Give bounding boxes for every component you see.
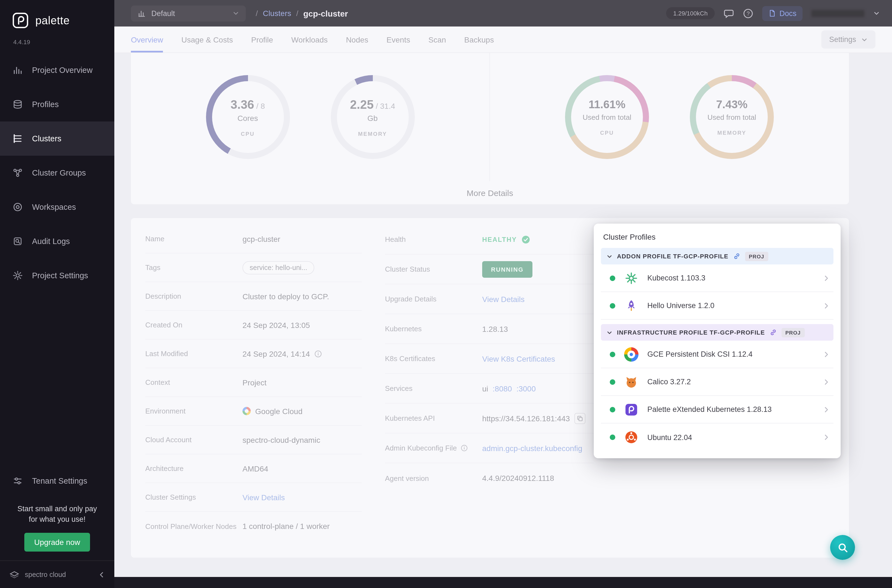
running-status-badge[interactable]: RUNNING bbox=[482, 261, 532, 278]
sidebar-nav: Project Overview Profiles Clusters Clust… bbox=[0, 53, 114, 292]
hello-universe-icon bbox=[623, 297, 640, 314]
chevron-right-icon bbox=[822, 434, 830, 441]
service-port-3000-link[interactable]: :3000 bbox=[517, 384, 536, 393]
bar-chart-icon bbox=[12, 64, 23, 76]
sidebar-item-clusters[interactable]: Clusters bbox=[0, 122, 114, 156]
detail-row-kubernetes-api: Kubernetes API https://34.54.126.181:443 bbox=[385, 404, 594, 434]
breadcrumb-current: gcp-cluster bbox=[303, 9, 348, 18]
calico-icon bbox=[623, 374, 640, 390]
profile-pack-row-gce-disk[interactable]: GCE Persistent Disk CSI 1.12.4 bbox=[601, 340, 833, 368]
tab-profile[interactable]: Profile bbox=[251, 27, 273, 52]
memory-gauge-total: / 31.4 bbox=[374, 101, 395, 110]
spectro-cloud-logo-icon bbox=[9, 569, 20, 580]
detail-value: AMD64 bbox=[242, 464, 268, 473]
floating-search-button[interactable] bbox=[830, 535, 855, 560]
bottom-strip bbox=[114, 577, 892, 588]
breadcrumb-clusters-link[interactable]: Clusters bbox=[263, 9, 291, 18]
sliders-icon bbox=[12, 476, 23, 486]
allocation-gauges: 3.36 / 8 Cores CPU 2.25 / 31.4 Gb MEMORY bbox=[131, 53, 490, 181]
profile-pack-row-pxk[interactable]: Palette eXtended Kubernetes 1.28.13 bbox=[601, 396, 833, 423]
memory-allocation-gauge: 2.25 / 31.4 Gb MEMORY bbox=[330, 75, 414, 159]
project-selector-value: Default bbox=[151, 9, 175, 17]
link-icon bbox=[733, 252, 741, 260]
detail-label: Description bbox=[145, 292, 242, 300]
detail-value: Google Cloud bbox=[255, 406, 302, 416]
info-icon[interactable] bbox=[314, 350, 322, 357]
sidebar-item-label: Tenant Settings bbox=[32, 477, 87, 485]
brand-label: spectro cloud bbox=[25, 571, 66, 578]
upgrade-now-button[interactable]: Upgrade now bbox=[24, 533, 90, 552]
status-dot bbox=[610, 351, 615, 357]
docs-button[interactable]: Docs bbox=[762, 6, 802, 21]
kubeconfig-download-link[interactable]: admin.gcp-cluster.kubeconfig bbox=[482, 444, 583, 453]
collapse-sidebar-icon[interactable] bbox=[98, 571, 105, 578]
sidebar-item-label: Audit Logs bbox=[32, 237, 70, 246]
health-status: HEALTHY bbox=[482, 236, 517, 243]
info-icon[interactable] bbox=[461, 444, 468, 452]
chevron-right-icon bbox=[822, 274, 830, 282]
infrastructure-profile-header[interactable]: INFRASTRUCTURE PROFILE TF-GCP-PROFILE PR… bbox=[601, 324, 833, 340]
sidebar-item-label: Clusters bbox=[32, 134, 61, 143]
pack-name: Kubecost 1.103.3 bbox=[647, 274, 705, 282]
tab-workloads[interactable]: Workloads bbox=[291, 27, 328, 52]
profile-pack-row-kubecost[interactable]: Kubecost 1.103.3 bbox=[601, 264, 833, 292]
detail-value: 1.28.13 bbox=[482, 324, 508, 333]
kubecost-icon bbox=[623, 270, 640, 286]
profile-pack-row-calico[interactable]: Calico 3.27.2 bbox=[601, 368, 833, 396]
detail-row-health: Health HEALTHY bbox=[385, 225, 594, 255]
detail-label: K8s Certificates bbox=[385, 354, 482, 363]
profile-pack-row-hello-universe[interactable]: Hello Universe 1.2.0 bbox=[601, 292, 833, 320]
sidebar-item-label: Profiles bbox=[32, 100, 59, 109]
addon-profile-header[interactable]: ADDON PROFILE TF-GCP-PROFILE PROJ bbox=[601, 248, 833, 264]
tab-scan[interactable]: Scan bbox=[428, 27, 446, 52]
more-details-link[interactable]: More Details bbox=[131, 181, 849, 204]
detail-value: gcp-cluster bbox=[242, 234, 280, 243]
tab-overview[interactable]: Overview bbox=[131, 27, 163, 52]
view-k8s-certificates-link[interactable]: View K8s Certificates bbox=[482, 354, 555, 363]
ubuntu-icon bbox=[623, 429, 640, 446]
help-icon[interactable]: ? bbox=[743, 8, 753, 18]
tab-backups[interactable]: Backups bbox=[464, 27, 494, 52]
chat-icon[interactable] bbox=[724, 8, 734, 18]
status-dot bbox=[610, 406, 615, 412]
upgrade-view-details-link[interactable]: View Details bbox=[482, 294, 525, 303]
sidebar-item-project-settings[interactable]: Project Settings bbox=[0, 258, 114, 292]
detail-value: Project bbox=[242, 378, 266, 387]
sidebar-item-audit-logs[interactable]: Audit Logs bbox=[0, 224, 114, 258]
sidebar-item-profiles[interactable]: Profiles bbox=[0, 87, 114, 122]
tag-chip[interactable]: service: hello-uni... bbox=[242, 261, 314, 274]
memory-gauge-label: MEMORY bbox=[358, 130, 387, 136]
detail-row-tags: Tags service: hello-uni... bbox=[145, 254, 362, 282]
tab-nodes[interactable]: Nodes bbox=[346, 27, 368, 52]
sidebar-item-cluster-groups[interactable]: Cluster Groups bbox=[0, 156, 114, 190]
sidebar-item-tenant-settings[interactable]: Tenant Settings bbox=[0, 464, 114, 498]
service-port-8080-link[interactable]: :8080 bbox=[493, 384, 512, 393]
sidebar-item-project-overview[interactable]: Project Overview bbox=[0, 53, 114, 87]
audit-search-icon bbox=[12, 236, 23, 247]
memory-usage-label: MEMORY bbox=[718, 130, 746, 136]
check-circle-icon bbox=[521, 235, 530, 244]
cluster-settings-view-details-link[interactable]: View Details bbox=[242, 493, 285, 502]
cpu-gauge-label: CPU bbox=[241, 130, 255, 136]
detail-row-last-modified: Last Modified 24 Sep 2024, 14:14 bbox=[145, 339, 362, 368]
tab-events[interactable]: Events bbox=[387, 27, 410, 52]
detail-label: Tags bbox=[145, 263, 242, 272]
metrics-card: 3.36 / 8 Cores CPU 2.25 / 31.4 Gb MEMORY bbox=[131, 53, 849, 204]
account-chevron-down-icon[interactable] bbox=[873, 10, 880, 16]
detail-row-cluster-status: Cluster Status RUNNING bbox=[385, 255, 594, 284]
breadcrumb: / Clusters / gcp-cluster bbox=[256, 9, 348, 18]
profile-pack-row-ubuntu[interactable]: Ubuntu 22.04 bbox=[601, 423, 833, 451]
pack-name: Hello Universe 1.2.0 bbox=[647, 302, 715, 310]
copy-icon[interactable] bbox=[574, 413, 586, 424]
settings-button[interactable]: Settings bbox=[821, 30, 875, 49]
project-selector[interactable]: Default bbox=[131, 5, 246, 21]
sidebar-item-workspaces[interactable]: Workspaces bbox=[0, 190, 114, 224]
detail-label: Created On bbox=[145, 321, 242, 329]
detail-row-k8s-certificates: K8s Certificates View K8s Certificates bbox=[385, 344, 594, 374]
detail-value: Cluster to deploy to GCP. bbox=[242, 292, 329, 301]
detail-label: Admin Kubeconfig File bbox=[385, 444, 457, 452]
status-dot bbox=[610, 275, 615, 281]
clusters-icon bbox=[12, 133, 23, 144]
detail-label: Name bbox=[145, 235, 242, 243]
tab-usage-costs[interactable]: Usage & Costs bbox=[182, 27, 233, 52]
